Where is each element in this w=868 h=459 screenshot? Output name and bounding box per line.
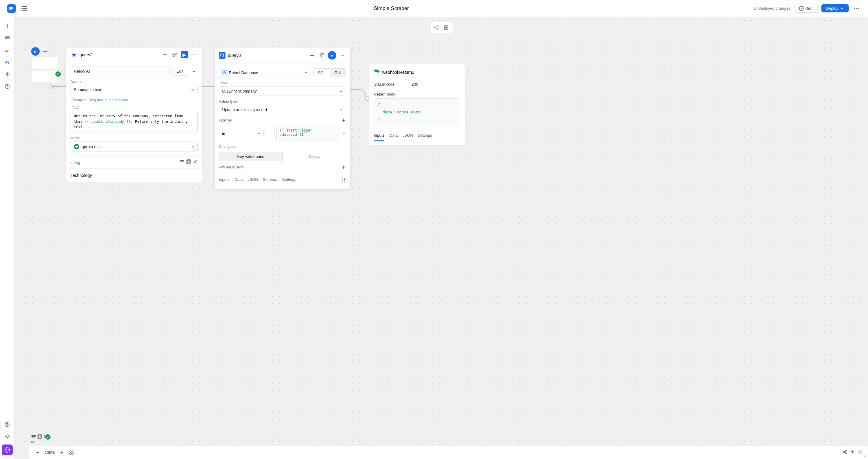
sidebar-icon-help[interactable] [2,419,13,430]
sidebar-toggle-button[interactable] [19,4,29,13]
svg-point-30 [43,51,44,52]
changeset-kvp-tab[interactable]: Key value pairs [219,152,283,161]
examples-link[interactable]: Blog post summarization [88,98,128,102]
header: Simple Scraper Undeployed changes Run De… [0,0,868,17]
canvas-network-view-button[interactable] [432,23,441,32]
kvp-add-button[interactable] [341,165,346,171]
webhook-code-block: { data: code1.data } [374,98,460,126]
gui-tab[interactable]: GUI [330,68,346,77]
bottom-right-actions [842,449,863,456]
sidebar-icon-settings[interactable] [2,431,13,442]
tab-webhook-inputs[interactable]: Inputs [374,133,384,141]
svg-point-18 [437,28,438,29]
svg-point-16 [435,27,436,28]
header-more-button[interactable] [852,4,861,13]
changeset-tabs: Key value pairs Object [219,152,346,161]
output-list-icon[interactable] [180,159,184,165]
sidebar-icon-clock[interactable] [2,81,13,92]
tab-webhook-settings[interactable]: Settings [418,133,432,141]
output-type-label: string [70,160,80,165]
resize-handle[interactable] [861,452,868,459]
svg-rect-9 [5,38,9,39]
output-close-icon[interactable] [193,159,198,165]
deploy-button[interactable]: Deploy [822,4,849,12]
filter-value-field[interactable]: {{ startTrigger.data.id }} [276,126,340,141]
query2-expand-button[interactable] [171,51,178,58]
canvas-grid-view-button[interactable] [442,23,451,32]
svg-point-58 [845,453,846,454]
webhook-header: webhookReturn1 [374,69,460,75]
tab-query3-settings[interactable]: Settings [282,177,296,185]
zoom-out-button[interactable]: − [34,449,41,456]
tab-query3-schema[interactable]: Schema [263,177,278,185]
query2-input-field[interactable]: Return the Industry of the company, extr… [70,111,198,132]
query3-table-select[interactable]: 001EnrichCompany [219,87,346,96]
source-link-icon[interactable] [222,70,227,75]
bottom-up-icon[interactable] [850,449,855,456]
zoom-in-button[interactable]: + [58,449,65,456]
query2-header: query2 ▶ ··· [66,47,202,62]
svg-rect-50 [322,54,323,55]
query2-action-select[interactable]: Summarize text [70,85,198,94]
ai-assistant-icon[interactable] [2,445,13,455]
svg-point-13 [5,448,10,452]
sidebar-icon-list[interactable] [2,45,13,56]
query3-more-button[interactable]: ··· [339,52,346,59]
svg-point-47 [221,54,224,55]
sidebar-icon-function[interactable] [2,57,13,68]
bottom-toolbar: − 100% + [29,446,868,459]
sidebar-icon-plus[interactable] [2,21,13,31]
query2-panel: query2 ▶ ··· Retool AI Edit [66,47,202,171]
filter-field-id[interactable]: id [219,129,264,138]
query2-more-button[interactable]: ··· [190,51,198,58]
svg-rect-34 [31,436,36,437]
run-button[interactable]: Run [794,4,818,13]
tab-query3-json[interactable]: JSON [248,177,258,185]
query2-source-chevron[interactable] [190,67,198,75]
tab-webhook-data[interactable]: Data [389,133,397,141]
tab-webhook-json[interactable]: JSON [403,133,413,141]
query3-expand-button[interactable] [318,52,326,59]
tab-query3-data[interactable]: Data [234,177,242,185]
output-panel-actions [180,159,198,165]
query2-edit-button[interactable]: Edit [172,67,188,75]
left-more-button[interactable] [41,48,49,55]
sidebar-icon-layers[interactable] [2,33,13,43]
output-copy-icon[interactable] [186,159,191,165]
svg-rect-39 [173,53,174,55]
changeset-header: Changeset [219,144,346,150]
query2-source-row: Retool AI Edit [70,67,198,76]
changeset-object-tab[interactable]: Object [283,152,346,161]
tab-query3-inputs[interactable]: Inputs [219,177,229,185]
query3-run-button[interactable]: ▶ [328,51,336,60]
query3-action-type-select[interactable]: Update an existing record [219,105,346,114]
play-button-left[interactable]: ▶ [31,47,40,56]
sql-tab[interactable]: SQL [313,68,330,77]
undeployed-changes-label: Undeployed changes [753,6,790,10]
query2-input-row: Input Return the Industry of the company… [70,105,198,132]
svg-rect-2 [22,8,27,9]
svg-rect-42 [180,160,184,161]
svg-rect-35 [31,437,34,438]
query2-minimize-button[interactable] [161,51,168,58]
query2-model-row: Model gpt-4o-mini [70,136,198,152]
svg-rect-40 [175,53,177,55]
sidebar-icon-bolt[interactable] [2,69,13,80]
filter-remove-button[interactable]: ✕ [342,131,346,136]
changeset-label: Changeset [219,144,236,149]
query3-refresh-icon[interactable] [341,178,346,184]
filter-op-equals[interactable]: = [266,129,275,138]
bottom-network-icon[interactable] [842,449,847,456]
svg-point-14 [6,449,7,450]
query2-source-select[interactable]: Retool AI [70,67,170,76]
query2-model-select[interactable]: gpt-4o-mini [70,141,198,152]
left-panel-bar2 [31,70,58,82]
query3-minimize-button[interactable] [308,52,316,59]
filter-add-button[interactable] [341,118,346,124]
query3-source-select[interactable]: Retool Database [219,68,311,77]
query2-run-button[interactable]: ▶ [181,51,188,58]
query2-body: Retool AI Edit Action Summarize text Exa… [66,62,202,170]
success-indicator-left: ✓ [55,71,61,77]
fit-to-screen-button[interactable] [68,449,75,456]
webhook-return-panel: webhookReturn1 Status code 200 Return bo… [369,64,465,146]
